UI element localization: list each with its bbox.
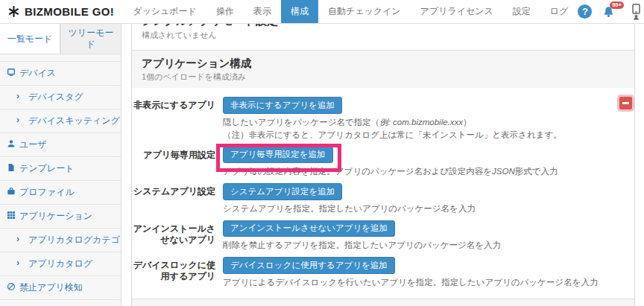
chevron-right-icon: ›: [16, 91, 19, 101]
app-config-title: アプリケーション構成: [142, 57, 625, 70]
row-description-note: （注）非表示にすると、アプリカタログ上は常に「未インストール」と表示されます。: [223, 129, 604, 141]
sidebar-item-app-catalog-categories[interactable]: › アプリカタログカテゴリ: [0, 229, 121, 252]
sidebar-item-whitelist[interactable]: › ホワイトリスト: [0, 300, 121, 306]
brand-logo[interactable]: BIZMOBILE GO!: [0, 0, 123, 23]
sidebar-menu: デバイス › デバイスタグ › デバイスキッティング ユーザ: [0, 61, 121, 306]
user-icon: [7, 139, 16, 148]
row-label: 非表示にするアプリ: [132, 97, 215, 141]
row-description: システムアプリを指定。指定したいアプリのパッケージ名を入力: [223, 203, 604, 214]
row-description: アプリによるデバイスロックを行いたいアプリを指定。指定したいアプリのパッケージ名…: [223, 276, 604, 288]
asterisk-logo-icon: [7, 5, 20, 18]
row-per-app-settings: アプリ毎専用設定 アプリ毎専用設定を追加 アプリ毎の設定内容を指定。アプリのパッ…: [132, 147, 604, 178]
notifications-button[interactable]: 99+: [602, 6, 615, 18]
ban-icon: [7, 282, 16, 291]
sidebar-item-app-catalog[interactable]: › アプリカタログ: [0, 252, 121, 276]
app-config-subtitle: 1個のペイロードを構成済み: [142, 71, 625, 83]
nav-item-app-license[interactable]: アプリライセンス: [411, 0, 503, 23]
clipped-section-status: 構成されていません: [142, 30, 625, 41]
nav-item-settings[interactable]: 設定: [503, 0, 540, 23]
add-system-app-setting-button[interactable]: システムアプリ設定を追加: [223, 183, 342, 200]
tab-list-mode[interactable]: 一覧モード: [0, 24, 60, 54]
nav-item-dashboard[interactable]: ダッシュボード: [123, 0, 206, 23]
row-label: アプリ毎専用設定: [132, 147, 215, 178]
nav-item-configuration[interactable]: 構成: [281, 0, 318, 23]
main-nav: ダッシュボード 操作 表示 構成 自動チェックイン アプリライセンス 設定 ログ: [123, 0, 578, 23]
add-hidden-app-button[interactable]: 非表示にするアプリを追加: [223, 97, 342, 114]
device-icon: [7, 68, 16, 77]
clipped-section-title: シングルアプリモード設定: [142, 24, 625, 28]
add-device-lock-app-button[interactable]: デバイスロックに使用するアプリを追加: [223, 257, 395, 274]
nav-item-display[interactable]: 表示: [244, 0, 281, 23]
chevron-right-icon: ›: [16, 258, 19, 268]
notification-badge: 99+: [610, 1, 625, 10]
brand-text: BIZMOBILE GO!: [25, 5, 114, 18]
help-icon[interactable]: ?: [578, 4, 592, 19]
application-grid-icon: [7, 211, 16, 220]
chevron-right-icon: ›: [16, 115, 19, 125]
chevron-right-icon: ›: [16, 234, 19, 244]
main-content: シングルアプリモード設定 構成されていません アプリケーション構成 1個のペイロ…: [121, 24, 644, 306]
nav-item-log[interactable]: ログ: [540, 0, 578, 23]
row-label: アンインストールさせないアプリ: [132, 220, 215, 252]
add-uninstall-protected-app-button[interactable]: アンインストールさせないアプリを追加: [223, 220, 395, 238]
sidebar-item-device-tags[interactable]: › デバイスタグ: [0, 86, 121, 109]
section-access-policy: アクセス許可ポリシー 構成されていません: [132, 299, 634, 306]
sidebar-item-devices[interactable]: デバイス: [0, 62, 121, 86]
tab-tree-mode[interactable]: ツリーモード: [60, 24, 121, 54]
sidebar-item-users[interactable]: ユーザ: [0, 133, 121, 157]
template-icon: [7, 163, 16, 172]
section-app-config-header: アプリケーション構成 1個のペイロードを構成済み: [132, 50, 634, 88]
minus-icon: [622, 102, 629, 104]
row-uninstall-protected-apps: アンインストールさせないアプリ アンインストールさせないアプリを追加 削除を禁止…: [132, 220, 604, 252]
row-description: 削除を禁止するアプリを指定。指定したいアプリのパッケージ名を入力: [223, 239, 604, 251]
remove-payload-button[interactable]: [619, 97, 632, 109]
add-per-app-setting-button[interactable]: アプリ毎専用設定を追加: [223, 147, 333, 164]
nav-item-operations[interactable]: 操作: [206, 0, 244, 23]
row-system-apps: システムアプリ設定 システムアプリ設定を追加 システムアプリを指定。指定したいア…: [132, 183, 604, 214]
sidebar-item-profiles[interactable]: プロファイル: [0, 181, 121, 205]
sidebar-item-device-kitting[interactable]: › デバイスキッティング: [0, 109, 121, 133]
row-label: システムアプリ設定: [132, 183, 215, 214]
sidebar-item-applications[interactable]: アプリケーション: [0, 205, 121, 229]
device-user-icon[interactable]: [631, 4, 641, 20]
row-device-lock-apps: デバイスロックに使用するアプリ デバイスロックに使用するアプリを追加 アプリによ…: [132, 257, 604, 288]
navbar-right: ? 99+: [578, 0, 644, 23]
section-clipped: シングルアプリモード設定 構成されていません: [132, 24, 634, 50]
row-description: アプリ毎の設定内容を指定。アプリのパッケージ名および設定内容をJSON形式で入力: [223, 165, 604, 177]
profile-panel: シングルアプリモード設定 構成されていません アプリケーション構成 1個のペイロ…: [131, 24, 635, 306]
sidebar: 一覧モード ツリーモード デバイス › デバイスタグ › デバイスキッティング: [0, 24, 121, 306]
sidebar-item-templates[interactable]: テンプレート: [0, 157, 121, 181]
top-navbar: BIZMOBILE GO! ダッシュボード 操作 表示 構成 自動チェックイン …: [0, 0, 644, 24]
sidebar-item-prohibited-app-detection[interactable]: 禁止アプリ検知: [0, 276, 121, 300]
app-config-body: 非表示にするアプリ 非表示にするアプリを追加 隠したいアプリをパッケージ名で指定…: [132, 88, 634, 299]
sidebar-mode-tabs: 一覧モード ツリーモード: [0, 24, 121, 54]
row-label: デバイスロックに使用するアプリ: [132, 257, 215, 288]
row-hidden-apps: 非表示にするアプリ 非表示にするアプリを追加 隠したいアプリをパッケージ名で指定…: [132, 97, 604, 141]
nav-item-auto-checkin[interactable]: 自動チェックイン: [318, 0, 411, 23]
row-description: 隠したいアプリをパッケージ名で指定（例: com.bizmobile.xxx）: [223, 116, 604, 128]
profile-icon: [7, 187, 16, 196]
